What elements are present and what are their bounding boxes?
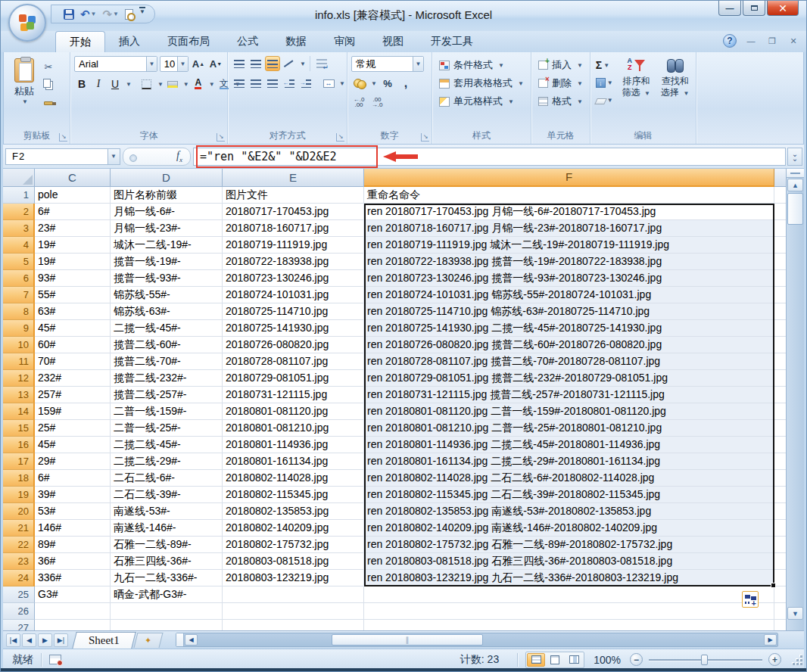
- zoom-level[interactable]: 100%: [594, 654, 621, 666]
- cell-D19[interactable]: 二石二线-39#-: [111, 487, 223, 503]
- workbook-minimize-button[interactable]: —: [744, 36, 758, 45]
- cell-F2[interactable]: ren 20180717-170453.jpg 月锦一线-6#-20180717…: [364, 204, 774, 220]
- workbook-restore-button[interactable]: ❐: [765, 36, 779, 46]
- cell-E15[interactable]: 20180801-081210.jpg: [223, 420, 364, 437]
- scroll-right-icon[interactable]: ▶: [764, 634, 777, 646]
- borders-button[interactable]: [139, 76, 154, 92]
- row-header-5[interactable]: 5: [3, 254, 35, 270]
- styles-menu-item-0[interactable]: 条件格式▼: [436, 56, 527, 74]
- cell-F24[interactable]: ren 20180803-123219.jpg 九石一二线-336#-20180…: [364, 570, 774, 586]
- vertical-scroll-thumb[interactable]: [787, 193, 803, 225]
- cell-E20[interactable]: 20180802-135853.jpg: [223, 503, 364, 520]
- cell-E26[interactable]: [223, 603, 364, 620]
- cell-C3[interactable]: 23#: [35, 220, 111, 237]
- macro-record-button[interactable]: [49, 655, 61, 664]
- cell-F13[interactable]: ren 20180731-121115.jpg 揽普二线-257#-201807…: [364, 387, 774, 403]
- borders-dropdown-icon[interactable]: ▼: [157, 81, 164, 88]
- clear-button[interactable]: ▼: [594, 92, 615, 107]
- row-header-1[interactable]: 1: [3, 187, 35, 204]
- cell-F21[interactable]: ren 20180802-140209.jpg 南遂线-146#-2018080…: [364, 520, 774, 537]
- cell-D27[interactable]: [111, 620, 223, 630]
- cell-D7[interactable]: 锦苏线-55#-: [111, 287, 223, 303]
- cell-E13[interactable]: 20180731-121115.jpg: [223, 387, 364, 403]
- close-button[interactable]: ✕: [767, 1, 799, 16]
- cell-D11[interactable]: 揽普二线-70#-: [111, 353, 223, 370]
- align-middle-button[interactable]: [248, 56, 263, 71]
- cell-D17[interactable]: 二揽二线-29#-: [111, 453, 223, 470]
- zoom-out-button[interactable]: −: [630, 653, 643, 666]
- vertical-split-handle[interactable]: [787, 169, 804, 178]
- formula-input[interactable]: ="ren "&E2&" "&D2&E2: [193, 148, 786, 166]
- name-box[interactable]: F2▼: [5, 148, 120, 165]
- first-sheet-button[interactable]: |◀: [6, 633, 20, 647]
- cell-F22[interactable]: ren 20180802-175732.jpg 石雅一二线-89#-201808…: [364, 537, 774, 553]
- column-header-C[interactable]: C: [35, 169, 111, 187]
- cell-D8[interactable]: 锦苏线-63#-: [111, 303, 223, 320]
- fill-button[interactable]: ↓▼: [594, 75, 615, 90]
- cell-F27[interactable]: [364, 620, 774, 630]
- cell-E22[interactable]: 20180802-175732.jpg: [223, 537, 364, 553]
- cell-D5[interactable]: 揽普一线-19#-: [111, 254, 223, 270]
- row-header-20[interactable]: 20: [3, 503, 35, 520]
- insert-worksheet-button[interactable]: ✦: [133, 633, 163, 648]
- cell-E12[interactable]: 20180729-081051.jpg: [223, 370, 364, 387]
- column-header-D[interactable]: D: [111, 169, 223, 187]
- autosum-dropdown-icon[interactable]: ▼: [603, 62, 609, 69]
- cell-F3[interactable]: ren 20180718-160717.jpg 月锦一线-23#-2018071…: [364, 220, 774, 237]
- cell-C19[interactable]: 39#: [35, 487, 111, 503]
- font-color-button[interactable]: A: [191, 76, 206, 92]
- cell-D3[interactable]: 月锦一线-23#-: [111, 220, 223, 237]
- print-preview-button[interactable]: [123, 7, 135, 22]
- number-dialog-launcher[interactable]: ↘: [421, 133, 429, 142]
- scroll-left-icon[interactable]: ◀: [185, 634, 198, 646]
- vertical-scrollbar[interactable]: ▲ ▼: [786, 169, 804, 630]
- cell-C7[interactable]: 55#: [35, 287, 111, 303]
- increase-decimal-button[interactable]: ←.0 .00: [351, 95, 366, 110]
- cell-E11[interactable]: 20180728-081107.jpg: [223, 353, 364, 370]
- row-header-23[interactable]: 23: [3, 553, 35, 570]
- font-name-dropdown-icon[interactable]: ▼: [146, 57, 157, 71]
- row-header-18[interactable]: 18: [3, 470, 35, 487]
- row-header-26[interactable]: 26: [3, 603, 35, 620]
- align-right-button[interactable]: [265, 76, 280, 91]
- cell-C2[interactable]: 6#: [35, 204, 111, 220]
- horizontal-split-handle[interactable]: [176, 633, 184, 646]
- clear-dropdown-icon[interactable]: ▼: [607, 97, 613, 104]
- cell-D24[interactable]: 九石一二线-336#-: [111, 570, 223, 586]
- page-break-view-button[interactable]: [565, 653, 583, 667]
- page-layout-view-button[interactable]: [546, 653, 564, 667]
- cell-C12[interactable]: 232#: [35, 370, 111, 387]
- cell-C11[interactable]: 70#: [35, 353, 111, 370]
- cell-C27[interactable]: [35, 620, 111, 630]
- wrap-text-button[interactable]: [314, 56, 329, 71]
- orientation-button[interactable]: [282, 56, 297, 71]
- cell-D15[interactable]: 二普一线-25#-: [111, 420, 223, 437]
- row-header-13[interactable]: 13: [3, 387, 35, 403]
- underline-dropdown-icon[interactable]: ▼: [126, 81, 132, 88]
- minimize-button[interactable]: —: [718, 1, 741, 16]
- autofill-options-button[interactable]: +: [742, 591, 759, 608]
- find-select-button[interactable]: 查找和 选择 ▼: [658, 56, 692, 129]
- cell-F17[interactable]: ren 20180801-161134.jpg 二揽二线-29#-2018080…: [364, 453, 774, 470]
- cell-C4[interactable]: 19#: [35, 237, 111, 254]
- align-bottom-button[interactable]: [265, 56, 280, 71]
- cell-D14[interactable]: 二普一线-159#-: [111, 403, 223, 420]
- cell-C26[interactable]: [35, 603, 111, 620]
- cell-D4[interactable]: 城沐一二线-19#-: [111, 237, 223, 254]
- fill-color-dropdown-icon[interactable]: ▼: [183, 81, 189, 88]
- row-header-24[interactable]: 24: [3, 570, 35, 586]
- font-dialog-launcher[interactable]: ↘: [217, 133, 225, 142]
- workbook-close-button[interactable]: ✕: [787, 36, 800, 46]
- column-header-E[interactable]: E: [223, 169, 364, 187]
- normal-view-button[interactable]: [527, 653, 545, 667]
- cells-menu-item-0[interactable]: 插入▼: [535, 56, 586, 74]
- cell-D23[interactable]: 石雅三四线-36#-: [111, 553, 223, 570]
- sheet-tab-sheet1[interactable]: Sheet1: [72, 632, 136, 649]
- accounting-dropdown-icon[interactable]: ▼: [371, 80, 377, 87]
- cell-E19[interactable]: 20180802-115345.jpg: [223, 487, 364, 503]
- fill-color-button[interactable]: [165, 76, 180, 92]
- cell-C21[interactable]: 146#: [35, 520, 111, 537]
- row-header-12[interactable]: 12: [3, 370, 35, 387]
- copy-button[interactable]: [41, 76, 56, 92]
- cell-C25[interactable]: G3#: [35, 586, 111, 603]
